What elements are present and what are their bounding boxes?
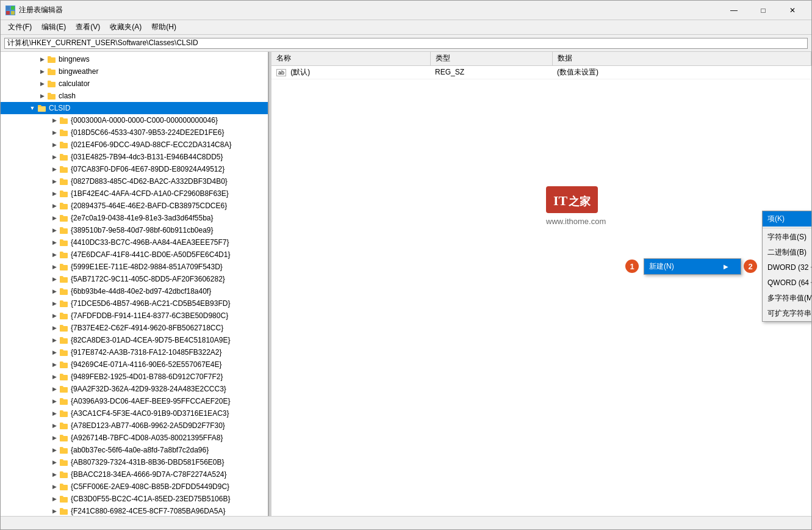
list-item[interactable]: ▶ {A0396A93-DC06-4AEF-BEE9-95FFCCAEF20E} [1,395,268,407]
expand-arrow[interactable]: ▶ [37,91,47,101]
list-item[interactable]: ▶ {20894375-464E-46E2-BAFD-CB38975CDCE6} [1,200,268,212]
expand-arrow[interactable]: ▶ [49,128,59,137]
tree-pane[interactable]: ▶ bingnews ▶ bingweather ▶ calculator ▶ … [1,52,269,516]
expand-arrow[interactable]: ▶ [49,323,59,333]
menu-favorites[interactable]: 收藏夹(A) [105,21,146,34]
expand-arrow[interactable]: ▶ [49,189,59,198]
list-item[interactable]: ▶ {94269C4E-071A-4116-90E6-52E557067E4E} [1,358,268,371]
list-item[interactable]: ▶ {C5FF006E-2AE9-408C-B85B-2DFDD5449D9C} [1,481,268,493]
expand-arrow[interactable]: ▶ [49,176,59,186]
list-item[interactable]: ▶ {07CA83F0-DF06-4E67-89DD-E80924A49512} [1,163,268,175]
folder-icon [59,421,69,430]
expand-arrow[interactable]: ▶ [49,494,59,504]
expand-arrow[interactable]: ▶ [49,274,59,284]
folder-icon [47,67,57,76]
expand-arrow[interactable]: ▶ [49,433,59,443]
expand-arrow[interactable]: ▶ [49,299,59,308]
list-item[interactable]: ▶ {BBACC218-34EA-4666-9D7A-C78F2274A524} [1,468,268,481]
expand-arrow[interactable]: ▶ [49,360,59,369]
list-item[interactable]: ▶ {A3CA1CF4-5F3E-4AC0-91B9-0D3716E1EAC3} [1,407,268,419]
expand-arrow[interactable]: ▶ [49,384,59,394]
list-item[interactable]: ▶ {5999E1EE-711E-48D2-9884-851A709F543D} [1,261,268,273]
list-item[interactable]: ▶ {7B37E4E2-C62F-4914-9620-8FB5062718CC} [1,322,268,334]
expand-arrow[interactable]: ▶ [49,225,59,235]
list-item[interactable]: ▶ {7AFDFDDB-F914-11E4-8377-6C3BE50D980C} [1,310,268,322]
address-input[interactable] [4,38,808,49]
context-menu-item-new[interactable]: 新建(N) ▶ [644,259,741,274]
list-item[interactable]: ▶ {031E4825-7B94-4dc3-B131-E946B44C8DD5} [1,151,268,163]
tree-item-bingnews[interactable]: ▶ bingnews [1,53,268,65]
tree-item-clsid[interactable]: ▼ CLSID [1,102,268,114]
expand-arrow[interactable]: ▶ [49,250,59,260]
col-data[interactable]: 数据 [552,52,811,65]
list-item[interactable]: ▶ {018D5C66-4533-4307-9B53-224DE2ED1FE6} [1,126,268,139]
list-item[interactable]: ▶ {9AA2F32D-362A-42D9-9328-24A483E2CCC3} [1,383,268,395]
list-item[interactable]: ▶ {0827D883-485C-4D62-BA2C-A332DBF3D4B0} [1,175,268,187]
expand-arrow[interactable]: ▶ [49,372,59,382]
list-item[interactable]: ▶ {917E8742-AA3B-7318-FA12-10485FB322A2} [1,346,268,358]
submenu-item-dword[interactable]: DWORD (32 位)值(D) [763,260,811,275]
submenu-item-binary[interactable]: 二进制值(B) [763,245,811,260]
expand-arrow[interactable]: ▶ [49,445,59,455]
expand-arrow[interactable]: ▶ [49,213,59,223]
expand-arrow[interactable]: ▶ [49,201,59,211]
submenu-item-expandstring[interactable]: 可扩充字符串值(E) [763,306,811,321]
menu-file[interactable]: 文件(F) [3,21,37,34]
list-item[interactable]: ▶ {F241C880-6982-4CE5-8CF7-7085BA96DA5A} [1,505,268,516]
submenu-item-multistring[interactable]: 多字符串值(M) [763,291,811,306]
submenu-item-qword[interactable]: QWORD (64 位)值(Q) [763,275,811,291]
list-item[interactable]: ▶ {71DCE5D6-4B57-496B-AC21-CD5B54EB93FD} [1,297,268,310]
expand-arrow[interactable]: ▶ [49,335,59,345]
expand-arrow[interactable]: ▶ [49,470,59,479]
tree-item-clash[interactable]: ▶ clash [1,90,268,102]
col-name[interactable]: 名称 [271,52,430,65]
expand-arrow[interactable]: ▶ [49,238,59,247]
expand-arrow[interactable]: ▶ [49,457,59,467]
menu-edit[interactable]: 编辑(E) [37,21,71,34]
expand-arrow[interactable]: ▶ [49,396,59,406]
menu-help[interactable]: 帮助(H) [146,21,181,34]
expand-arrow[interactable]: ▶ [49,421,59,430]
list-item[interactable]: ▶ {A78ED123-AB77-406B-9962-2A5D9D2F7F30} [1,419,268,432]
tree-item-calculator[interactable]: ▶ calculator [1,78,268,90]
list-item[interactable]: ▶ {9489FEB2-1925-4D01-B788-6D912C70F7F2} [1,371,268,383]
close-button[interactable]: ✕ [778,1,807,20]
list-item[interactable]: ▶ {4410DC33-BC7C-496B-AA84-4AEA3EEE75F7} [1,236,268,249]
maximize-button[interactable]: □ [749,1,777,20]
expand-arrow[interactable]: ▶ [49,115,59,125]
expand-arrow[interactable]: ▶ [49,408,59,418]
tree-item-bingweather[interactable]: ▶ bingweather [1,65,268,78]
minimize-button[interactable]: — [720,1,748,20]
list-item[interactable]: ▶ {ab0b37ec-56f6-4a0e-a8fd-7a8bf7c2da96} [1,444,268,456]
expand-arrow[interactable]: ▶ [37,67,47,76]
expand-arrow[interactable]: ▶ [37,54,47,64]
submenu-item-key[interactable]: 项(K) [763,211,811,227]
list-item[interactable]: ▶ {47E6DCAF-41F8-441C-BD0E-A50D5FE6C4D1} [1,249,268,261]
submenu-item-string[interactable]: 字符串值(S) [763,230,811,245]
menu-view[interactable]: 查看(V) [71,21,105,34]
expand-arrow[interactable]: ▶ [49,140,59,150]
expand-arrow[interactable]: ▼ [27,103,37,113]
expand-arrow[interactable]: ▶ [49,262,59,272]
list-item[interactable]: ▶ {021E4F06-9DCC-49AD-88CF-ECC2DA314C8A} [1,139,268,151]
list-item[interactable]: ▶ {82CA8DE3-01AD-4CEA-9D75-BE4C51810A9E} [1,334,268,346]
expand-arrow[interactable]: ▶ [49,164,59,174]
expand-arrow[interactable]: ▶ [49,347,59,357]
list-item[interactable]: ▶ {2e7c0a19-0438-41e9-81e3-3ad3d64f55ba} [1,212,268,224]
col-type[interactable]: 类型 [430,52,552,65]
expand-arrow[interactable]: ▶ [49,482,59,492]
registry-table: 名称 类型 数据 ab (默认) REG_SZ (数值未设置) [271,52,811,79]
list-item[interactable]: ▶ {A926714B-7BFC-4D08-A035-80021395FFA8} [1,432,268,444]
expand-arrow[interactable]: ▶ [49,152,59,162]
list-item[interactable]: ▶ {CB3D0F55-BC2C-4C1A-85ED-23ED75B5106B} [1,493,268,505]
expand-arrow[interactable]: ▶ [49,286,59,296]
list-item[interactable]: ▶ {0003000A-0000-0000-C000-000000000046} [1,114,268,126]
list-item[interactable]: ▶ {1BF42E4C-4AFA-4CFD-A1A0-CF2960B8F63E} [1,187,268,200]
list-item[interactable]: ▶ {5AB7172C-9C11-405C-8DD5-AF20F3606282} [1,273,268,285]
list-item[interactable]: ▶ {389510b7-9e58-40d7-98bf-60b911cb0ea9} [1,224,268,236]
expand-arrow[interactable]: ▶ [49,311,59,321]
expand-arrow[interactable]: ▶ [49,506,59,516]
expand-arrow[interactable]: ▶ [37,79,47,89]
list-item[interactable]: ▶ {6bb93b4e-44d8-40e2-bd97-42dbcf18a40f} [1,285,268,297]
list-item[interactable]: ▶ {AB807329-7324-431B-8B36-DBD581F56E0B} [1,456,268,468]
